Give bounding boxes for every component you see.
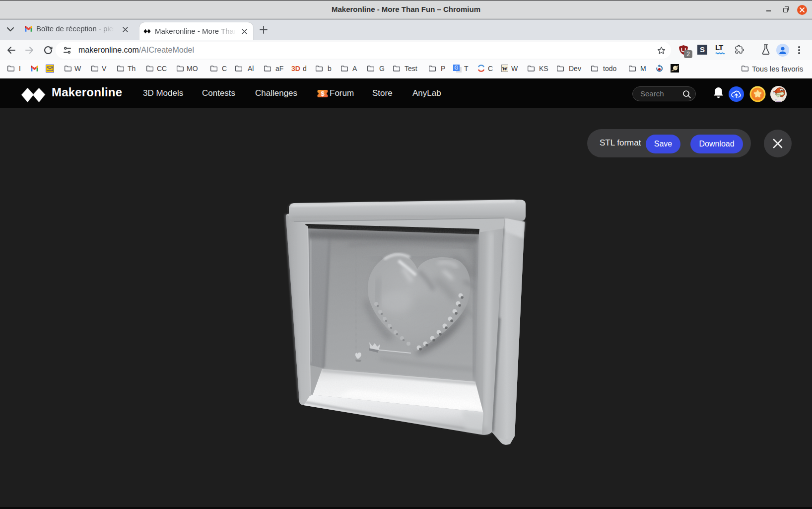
svg-text:$: $ [321,90,325,97]
